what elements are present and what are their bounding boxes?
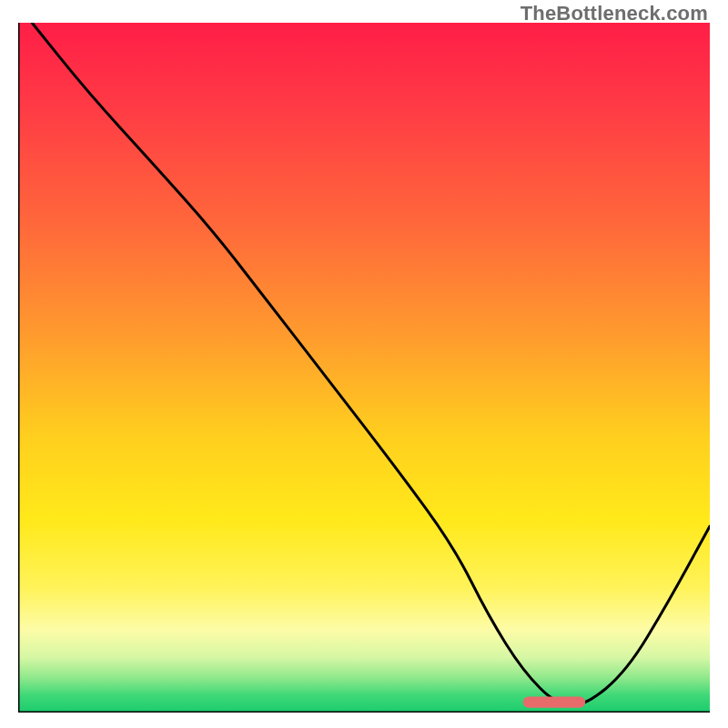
chart-background-gradient — [18, 23, 710, 713]
bottleneck-chart — [18, 23, 710, 713]
svg-rect-0 — [18, 23, 710, 713]
